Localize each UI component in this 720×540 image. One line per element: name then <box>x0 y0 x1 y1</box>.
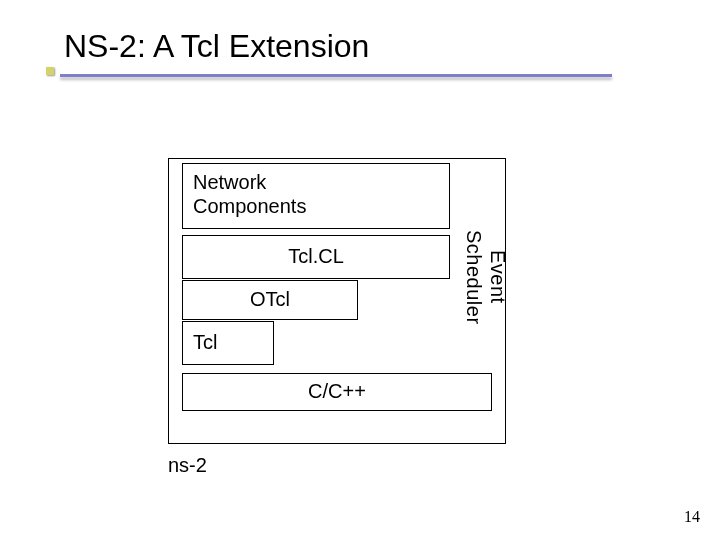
tclcl-box: Tcl.CL <box>182 235 450 279</box>
cpp-box: C/C++ <box>182 373 492 411</box>
title-bullet-icon <box>46 67 54 75</box>
cpp-label: C/C++ <box>308 380 366 402</box>
tcl-box: Tcl <box>182 321 274 365</box>
otcl-label: OTcl <box>250 288 290 310</box>
title-wrap: NS-2: A Tcl Extension <box>64 28 369 65</box>
slide: NS-2: A Tcl Extension Network Components… <box>0 0 720 540</box>
title-underline <box>60 74 612 77</box>
diagram-caption: ns-2 <box>168 454 207 477</box>
network-components-box: Network Components <box>182 163 450 229</box>
network-components-label: Network Components <box>193 171 306 217</box>
tclcl-label: Tcl.CL <box>288 245 344 267</box>
architecture-diagram: Network Components Tcl.CL OTcl Tcl Event… <box>168 158 506 444</box>
otcl-box: OTcl <box>182 280 358 320</box>
page-number: 14 <box>684 508 700 526</box>
event-scheduler-box: Event Scheduler <box>458 228 492 372</box>
event-scheduler-label: Event Scheduler <box>462 230 510 325</box>
tcl-label: Tcl <box>193 331 217 353</box>
slide-title: NS-2: A Tcl Extension <box>64 28 369 65</box>
